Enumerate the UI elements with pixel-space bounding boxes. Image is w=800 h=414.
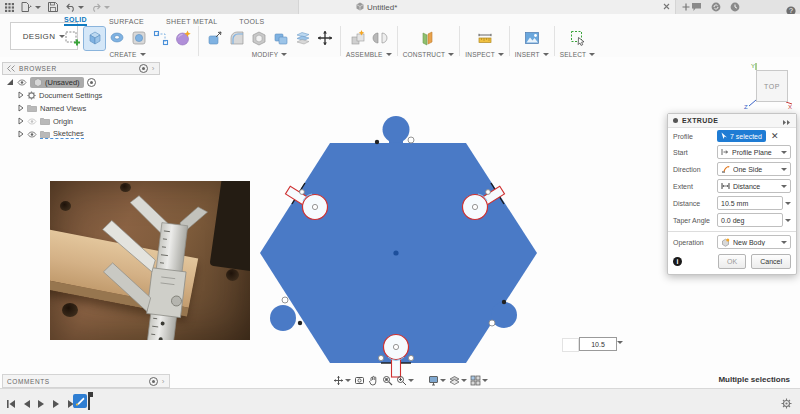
timeline-step-forward-button[interactable]: [52, 395, 61, 413]
timeline-playhead-flag[interactable]: [88, 392, 93, 397]
browser-filter-icon[interactable]: [139, 64, 148, 73]
construct-plane-button[interactable]: [418, 27, 439, 50]
gear-icon: [27, 91, 36, 100]
tab-surface[interactable]: SURFACE: [109, 18, 144, 26]
undo-icon[interactable]: [65, 3, 84, 12]
create-form-button[interactable]: [172, 27, 193, 50]
tab-sheet-metal[interactable]: SHEET METAL: [166, 18, 217, 26]
panel-resize-handle[interactable]: ›: [152, 64, 155, 73]
revolve-button[interactable]: [106, 27, 127, 50]
cursor-icon: [721, 132, 727, 140]
distance-spinner-icon[interactable]: [785, 202, 791, 205]
center-point[interactable]: [393, 250, 398, 255]
start-select[interactable]: Profile Plane: [717, 145, 791, 159]
shell-button[interactable]: [248, 27, 269, 50]
expand-triangle-icon[interactable]: [18, 117, 24, 125]
extent-select[interactable]: Distance: [717, 179, 791, 193]
extrude-dialog-header[interactable]: EXTRUDE: [668, 114, 796, 128]
file-icon[interactable]: [21, 2, 41, 12]
document-tab[interactable]: [298, 0, 676, 14]
expand-triangle-icon[interactable]: [18, 104, 24, 112]
operation-select[interactable]: New Body: [717, 235, 791, 249]
dialog-expand-icon[interactable]: [782, 112, 791, 130]
display-settings-icon[interactable]: [428, 375, 446, 386]
expand-triangle-icon[interactable]: [18, 91, 24, 99]
browser-root-item[interactable]: (Unsaved): [2, 76, 160, 88]
toolbar-ribbon: DESIGN SOLID SURFACE SHEET METAL TOOLS: [0, 14, 800, 58]
move-copy-button[interactable]: [314, 27, 335, 50]
chevron-down-icon: [781, 151, 787, 154]
visibility-eye-icon[interactable]: [17, 79, 27, 86]
taper-spinner-icon[interactable]: [785, 219, 791, 222]
comments-panel[interactable]: COMMENTS ›: [2, 374, 170, 388]
timeline-go-start-button[interactable]: [6, 395, 16, 413]
browser-item-named-views[interactable]: Named Views: [2, 102, 160, 114]
browser-header[interactable]: BROWSER ›: [2, 62, 160, 75]
activate-component-radio[interactable]: [87, 78, 96, 87]
measure-button[interactable]: [474, 27, 495, 50]
distance-field[interactable]: 10.5 mm: [717, 196, 783, 210]
visibility-eye-icon[interactable]: [27, 131, 37, 138]
panel-resize-handle[interactable]: ›: [162, 377, 165, 386]
dimension-dropdown-icon[interactable]: [617, 341, 623, 344]
model-canvas[interactable]: Y X Z TOP BROWSER ›: [0, 57, 800, 388]
reference-photo[interactable]: [50, 181, 250, 340]
distance-dimension-input[interactable]: [579, 337, 617, 351]
profile-selected-chip[interactable]: 7 selected: [717, 130, 766, 142]
collapse-arrows-icon[interactable]: [7, 65, 15, 73]
browser-item-sketches[interactable]: Sketches: [2, 128, 160, 140]
history-icon[interactable]: [730, 2, 740, 12]
one-side-icon: [721, 165, 730, 173]
timeline-options-gear-icon[interactable]: [781, 395, 792, 413]
comments-filter-icon[interactable]: [149, 377, 158, 386]
info-icon[interactable]: i: [673, 257, 682, 266]
insert-canvas-button[interactable]: [521, 27, 542, 50]
direction-select[interactable]: One Side: [717, 162, 791, 176]
redo-icon[interactable]: [91, 3, 110, 12]
profile-clear-button[interactable]: ✕: [771, 132, 779, 141]
taper-angle-field[interactable]: 0.0 deg: [717, 213, 783, 227]
app-grid-icon[interactable]: [5, 3, 14, 12]
timeline-play-button[interactable]: [37, 395, 46, 413]
chevron-down-icon: [781, 241, 787, 244]
sync-icon[interactable]: [711, 2, 721, 12]
tab-tools[interactable]: TOOLS: [239, 18, 264, 26]
look-at-icon[interactable]: [382, 375, 393, 386]
expand-triangle-icon[interactable]: [18, 130, 24, 138]
visibility-eye-off-icon[interactable]: [27, 118, 37, 125]
fit-icon[interactable]: [354, 375, 365, 386]
extrude-button[interactable]: [84, 27, 105, 50]
browser-item-origin[interactable]: Origin: [2, 115, 160, 127]
cancel-button[interactable]: Cancel: [751, 254, 791, 269]
timeline-step-back-button[interactable]: [22, 395, 31, 413]
folder-icon: [40, 117, 50, 125]
zoom-icon[interactable]: [396, 375, 414, 386]
tab-solid[interactable]: SOLID: [64, 16, 87, 26]
ok-button[interactable]: OK: [718, 254, 746, 269]
create-sketch-icon: [64, 29, 82, 47]
timeline-sketch-feature[interactable]: [73, 394, 87, 408]
joint-button[interactable]: [369, 27, 390, 50]
hand-pan-icon[interactable]: [368, 375, 379, 386]
grid-display-icon[interactable]: [449, 375, 467, 386]
close-tab-icon[interactable]: [661, 1, 672, 12]
root-document-chip[interactable]: (Unsaved): [30, 77, 84, 88]
viewcube[interactable]: Y X Z TOP: [742, 62, 794, 110]
new-component-button[interactable]: [347, 27, 368, 50]
comment-icon[interactable]: [691, 2, 702, 12]
viewports-icon[interactable]: [470, 375, 488, 386]
fillet-button[interactable]: [226, 27, 247, 50]
path-pattern-button[interactable]: [150, 27, 171, 50]
viewcube-top-face[interactable]: TOP: [756, 70, 788, 102]
pan-icon[interactable]: [333, 375, 351, 386]
select-button[interactable]: [567, 27, 588, 50]
create-sketch-button[interactable]: [62, 27, 83, 50]
sweep-button[interactable]: [128, 27, 149, 50]
save-icon[interactable]: [48, 2, 58, 12]
browser-item-document-settings[interactable]: Document Settings: [2, 89, 160, 101]
add-tab-icon[interactable]: [680, 1, 691, 12]
selection-status: Multiple selections: [718, 375, 790, 384]
combine-button[interactable]: [270, 27, 291, 50]
press-pull-button[interactable]: [204, 27, 225, 50]
offset-face-button[interactable]: [292, 27, 313, 50]
